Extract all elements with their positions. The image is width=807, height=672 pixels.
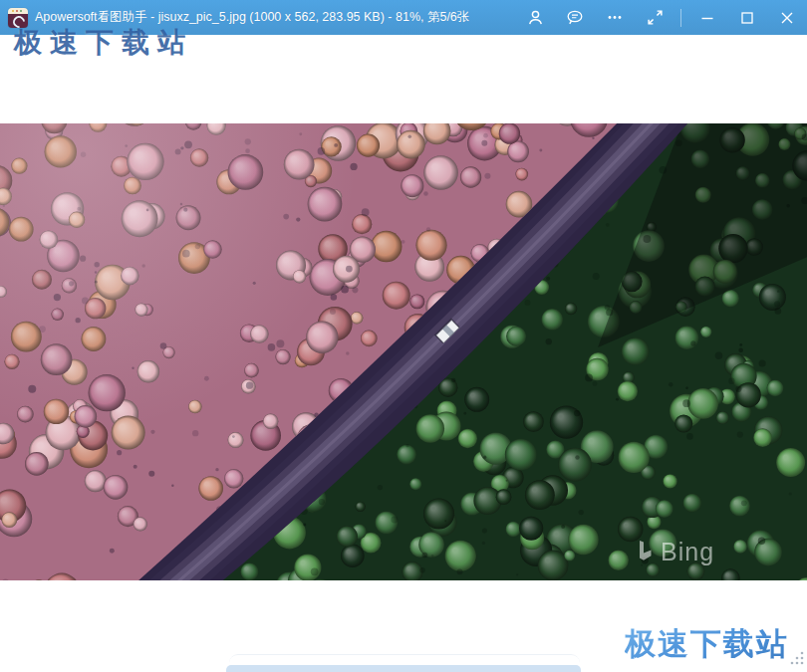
minimize-icon (699, 10, 715, 26)
titlebar-buttons (515, 0, 807, 35)
fullscreen-icon (647, 9, 664, 26)
more-button[interactable] (595, 0, 635, 35)
feedback-button[interactable] (555, 0, 595, 35)
close-button[interactable] (767, 0, 807, 35)
chat-bubble-icon (566, 9, 584, 26)
ellipsis-icon (606, 9, 624, 26)
close-icon (779, 10, 795, 26)
photo-canvas[interactable] (0, 123, 807, 580)
titlebar[interactable]: Apowersoft看图助手 - jisuxz_pic_5.jpg (1000 … (0, 0, 807, 35)
window-title: Apowersoft看图助手 - jisuxz_pic_5.jpg (1000 … (35, 9, 515, 26)
user-button[interactable] (515, 0, 555, 35)
photo-viewport[interactable]: Bing (0, 123, 807, 580)
site-watermark-bottom: 极速下载站 (625, 623, 789, 665)
maximize-icon (739, 10, 755, 26)
maximize-button[interactable] (727, 0, 767, 35)
bottom-toolbar-bar[interactable] (226, 665, 581, 672)
app-icon (8, 8, 28, 28)
minimize-button[interactable] (687, 0, 727, 35)
fullscreen-button[interactable] (635, 0, 674, 35)
user-icon (527, 9, 544, 26)
resize-grip-icon[interactable] (789, 650, 805, 670)
titlebar-separator (680, 9, 681, 27)
